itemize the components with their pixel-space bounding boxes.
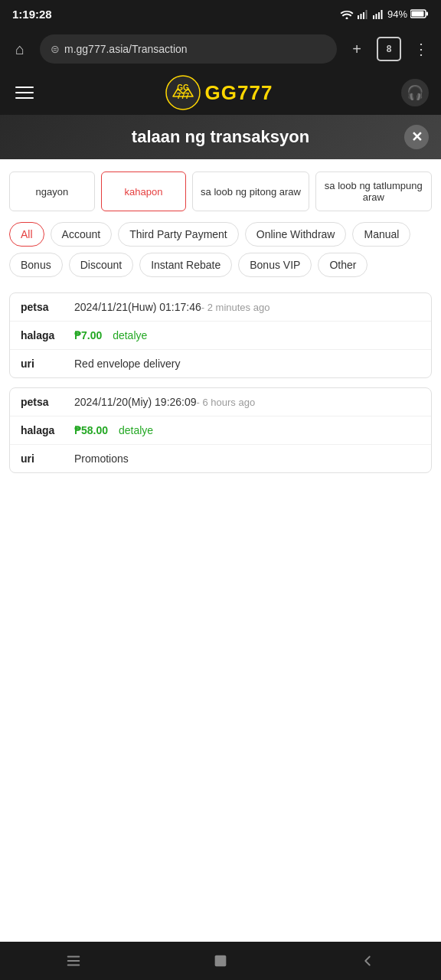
support-button[interactable]: 🎧 <box>401 79 429 106</box>
date-btn-7days[interactable]: sa loob ng pitong araw <box>192 172 309 211</box>
svg-rect-7 <box>381 10 382 19</box>
nav-back[interactable] <box>345 946 390 976</box>
petsa-label-2: petsa <box>21 396 67 408</box>
site-header: GG 777 GG777 🎧 <box>0 70 441 115</box>
petsa-label-1: petsa <box>21 301 67 313</box>
cat-btn-discount[interactable]: Discount <box>69 253 133 277</box>
halaga-label-2: halaga <box>21 424 67 436</box>
page-title: talaan ng transaksyon <box>132 127 309 147</box>
svg-rect-2 <box>363 12 364 19</box>
logo-icon: GG 777 <box>165 75 201 110</box>
hamburger-icon <box>65 952 82 969</box>
close-button[interactable]: ✕ <box>404 125 429 149</box>
category-filters: All Account Third Party Payment Online W… <box>0 217 441 286</box>
uri-label-1: uri <box>21 358 67 370</box>
svg-rect-1 <box>360 14 361 19</box>
halaga-row-1: halaga ₱7.00 detalye <box>10 322 431 350</box>
transaction-card-1: petsa 2024/11/21(Huw) 01:17:46- 2 minute… <box>9 292 432 378</box>
petsa-ago-2: - 6 hours ago <box>197 397 256 408</box>
petsa-row-1: petsa 2024/11/21(Huw) 01:17:46- 2 minute… <box>10 293 431 322</box>
petsa-ago-1: - 2 minutes ago <box>201 302 270 313</box>
svg-rect-10 <box>412 11 424 17</box>
date-btn-ngayon[interactable]: ngayon <box>9 172 95 211</box>
signal-icon-2 <box>372 8 384 19</box>
halaga-value-2: ₱58.00 detalye <box>74 424 420 436</box>
uri-label-2: uri <box>21 452 67 465</box>
home-button[interactable]: ⌂ <box>8 37 32 61</box>
petsa-date-2: 2024/11/20(Miy) 19:26:09 <box>74 396 197 408</box>
transaction-card-2: petsa 2024/11/20(Miy) 19:26:09- 6 hours … <box>9 387 432 473</box>
url-text: m.gg777.asia/Transaction <box>64 43 188 55</box>
amount-2: ₱58.00 <box>74 424 108 436</box>
svg-rect-15 <box>67 956 80 958</box>
halaga-row-2: halaga ₱58.00 detalye <box>10 416 431 445</box>
tab-count-button[interactable]: 8 <box>377 37 401 61</box>
url-bar[interactable]: ⊜ m.gg777.asia/Transaction <box>40 34 337 64</box>
wifi-icon <box>340 8 354 19</box>
cat-btn-instant-rebate[interactable]: Instant Rebate <box>139 253 232 277</box>
petsa-value-1: 2024/11/21(Huw) 01:17:46- 2 minutes ago <box>74 301 420 313</box>
main-content: ngayon kahapon sa loob ng pitong araw sa… <box>0 159 441 479</box>
svg-rect-3 <box>365 10 367 19</box>
battery-text: 94% <box>387 8 407 20</box>
svg-rect-4 <box>373 15 374 19</box>
menu-button[interactable]: ⋮ <box>409 37 433 61</box>
cat-btn-all[interactable]: All <box>9 222 44 247</box>
petsa-row-2: petsa 2024/11/20(Miy) 19:26:09- 6 hours … <box>10 388 431 416</box>
halaga-label-1: halaga <box>21 329 67 341</box>
cat-btn-other[interactable]: Other <box>318 253 368 277</box>
page-header: talaan ng transaksyon ✕ <box>0 115 441 159</box>
svg-rect-17 <box>67 965 80 966</box>
cat-btn-third-party[interactable]: Third Party Payment <box>118 222 239 247</box>
status-bar: 1:19:28 94% <box>0 0 441 28</box>
halaga-value-1: ₱7.00 detalye <box>74 329 420 341</box>
cat-btn-bonus-vip[interactable]: Bonus VIP <box>238 253 312 277</box>
petsa-date-1: 2024/11/21(Huw) 01:17:46 <box>74 301 201 313</box>
back-icon <box>359 952 376 969</box>
cat-btn-bonus[interactable]: Bonus <box>9 253 63 277</box>
date-btn-30days[interactable]: sa loob ng tatlumpung araw <box>315 172 432 211</box>
svg-rect-9 <box>426 12 429 16</box>
detalye-link-2[interactable]: detalye <box>119 424 153 436</box>
new-tab-button[interactable]: + <box>345 37 369 61</box>
svg-rect-18 <box>215 956 227 967</box>
browser-bar: ⌂ ⊜ m.gg777.asia/Transaction + 8 ⋮ <box>0 28 441 70</box>
logo-text: GG777 <box>205 81 273 105</box>
cat-btn-manual[interactable]: Manual <box>352 222 410 247</box>
detalye-link-1[interactable]: detalye <box>113 329 147 341</box>
secure-icon: ⊜ <box>51 43 60 55</box>
bottom-nav <box>0 942 441 980</box>
nav-hamburger[interactable] <box>51 946 96 976</box>
cat-btn-online-withdraw[interactable]: Online Withdraw <box>245 222 347 247</box>
uri-value-1: Red envelope delivery <box>74 358 420 370</box>
petsa-value-2: 2024/11/20(Miy) 19:26:09- 6 hours ago <box>74 396 420 408</box>
home-nav-icon <box>212 952 229 969</box>
amount-1: ₱7.00 <box>74 329 102 341</box>
svg-rect-5 <box>375 14 377 19</box>
signal-icon-1 <box>357 8 369 19</box>
svg-rect-0 <box>358 15 359 19</box>
svg-rect-6 <box>378 12 380 19</box>
status-icons: 94% <box>340 8 429 20</box>
date-btn-kahapon[interactable]: kahapon <box>101 172 187 211</box>
hamburger-menu[interactable] <box>12 83 37 102</box>
site-logo: GG 777 GG777 <box>165 75 273 110</box>
status-time: 1:19:28 <box>12 8 52 21</box>
website-content: GG 777 GG777 🎧 talaan ng transaksyon ✕ n… <box>0 70 441 942</box>
uri-row-1: uri Red envelope delivery <box>10 350 431 377</box>
date-filter: ngayon kahapon sa loob ng pitong araw sa… <box>0 159 441 217</box>
svg-text:GG: GG <box>177 83 189 92</box>
uri-value-2: Promotions <box>74 452 420 465</box>
uri-row-2: uri Promotions <box>10 445 431 472</box>
transactions-list: petsa 2024/11/21(Huw) 01:17:46- 2 minute… <box>0 286 441 479</box>
nav-home[interactable] <box>198 946 243 976</box>
svg-rect-16 <box>67 960 80 962</box>
battery-icon <box>410 8 429 19</box>
cat-btn-account[interactable]: Account <box>51 222 113 247</box>
